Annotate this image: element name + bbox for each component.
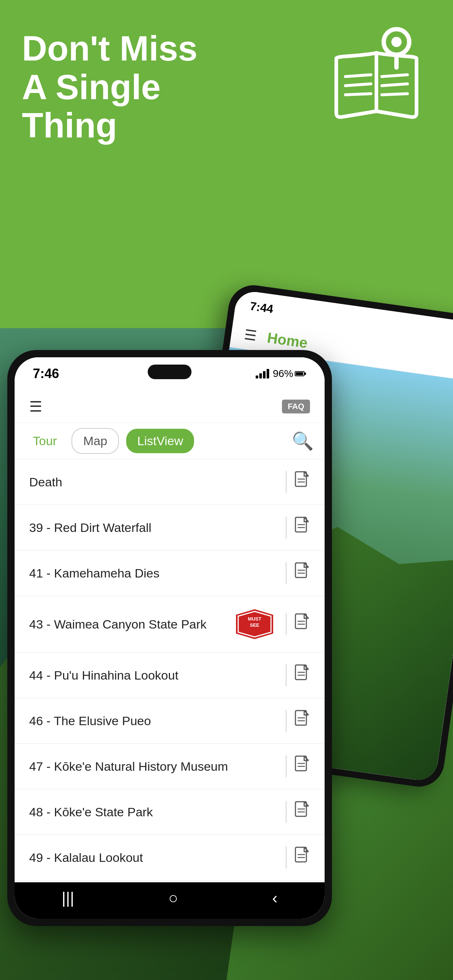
document-icon[interactable] <box>294 710 310 732</box>
svg-text:MUST: MUST <box>248 616 262 622</box>
phone-time: 7:46 <box>33 366 59 381</box>
hero-line2: A Single <box>22 68 198 107</box>
hero-line1: Don't Miss <box>22 29 198 68</box>
hero-line3: Thing <box>22 106 198 145</box>
list-item[interactable]: 41 - Kamehameha Dies <box>14 550 325 596</box>
list-divider <box>286 801 287 823</box>
tab-bar: Tour Map ListView 🔍 <box>14 423 325 460</box>
phone-status-icons: 96% <box>256 368 306 380</box>
list-divider <box>286 562 287 584</box>
faq-button[interactable]: FAQ <box>282 399 310 414</box>
list-item-text: Death <box>29 474 278 490</box>
hamburger-menu-icon[interactable]: ☰ <box>29 398 42 415</box>
list-item-text: 43 - Waimea Canyon State Park <box>29 616 231 632</box>
phone2-hamburger-icon[interactable]: ☰ <box>243 326 257 344</box>
must-see-badge: MUST SEE <box>234 608 274 641</box>
list-item-text: 48 - Kōke'e State Park <box>29 804 278 820</box>
search-icon[interactable]: 🔍 <box>292 431 314 451</box>
document-icon[interactable] <box>294 613 310 635</box>
list-item-text: 47 - Kōke'e Natural History Museum <box>29 758 278 775</box>
document-icon[interactable] <box>294 562 310 584</box>
svg-rect-11 <box>305 372 306 375</box>
document-icon[interactable] <box>294 471 310 493</box>
svg-line-6 <box>382 75 407 76</box>
svg-line-3 <box>345 75 371 76</box>
list-divider <box>286 756 287 777</box>
nav-home-button[interactable]: ○ <box>169 889 179 907</box>
phone-notch-pill <box>148 364 191 379</box>
list-item[interactable]: 44 - Pu'u Hinahina Lookout <box>14 652 325 698</box>
phone2-home-label: Home <box>266 329 309 352</box>
list-divider <box>286 471 287 493</box>
tab-map[interactable]: Map <box>72 428 119 454</box>
list-item[interactable]: 43 - Waimea Canyon State Park MUST SEE <box>14 596 325 652</box>
list-item[interactable]: 39 - Red Dirt Waterfall <box>14 505 325 550</box>
list-item[interactable]: 48 - Kōke'e State Park <box>14 789 325 835</box>
nav-back-button[interactable]: ‹ <box>272 889 278 907</box>
signal-bars-icon <box>256 369 269 379</box>
list-divider <box>286 846 287 869</box>
guidebook-icon <box>329 22 431 124</box>
phone2-time: 7:44 <box>249 299 274 316</box>
svg-line-7 <box>382 84 407 86</box>
document-icon[interactable] <box>294 846 310 869</box>
list-divider <box>286 517 287 538</box>
list-item[interactable]: 46 - The Elusive Pueo <box>14 698 325 744</box>
list-divider <box>286 710 287 732</box>
list-item-text: 46 - The Elusive Pueo <box>29 713 278 729</box>
svg-line-4 <box>345 84 371 86</box>
document-icon[interactable] <box>294 664 310 686</box>
hero-headline: Don't Miss A Single Thing <box>22 29 198 145</box>
list-item-text: 49 - Kalalau Lookout <box>29 850 278 865</box>
phone-main: 7:46 96% <box>7 350 332 926</box>
tab-listview[interactable]: ListView <box>126 429 194 453</box>
list-item-text: 41 - Kamehameha Dies <box>29 565 278 581</box>
list-item[interactable]: 49 - Kalalau Lookout <box>14 835 325 880</box>
list-item[interactable]: 47 - Kōke'e Natural History Museum <box>14 744 325 789</box>
battery-indicator: 96% <box>273 368 306 380</box>
list-item-text: 39 - Red Dirt Waterfall <box>29 520 278 536</box>
svg-line-8 <box>382 94 407 95</box>
app-header: ☰ FAQ <box>14 390 325 423</box>
document-icon[interactable] <box>294 801 310 823</box>
list-item[interactable]: Death <box>14 460 325 505</box>
tab-tour[interactable]: Tour <box>26 430 64 452</box>
svg-point-1 <box>391 37 402 47</box>
list-divider <box>286 613 287 635</box>
phone-bottom-nav: ||| ○ ‹ <box>14 882 325 919</box>
svg-rect-10 <box>296 372 303 375</box>
svg-text:SEE: SEE <box>250 622 259 628</box>
phone-main-screen: 7:46 96% <box>14 357 325 919</box>
svg-line-5 <box>345 94 371 95</box>
list-container: Death 39 - Red Dirt Waterfall 41 - Kameh… <box>14 460 325 882</box>
list-divider <box>286 664 287 686</box>
nav-recent-apps-button[interactable]: ||| <box>62 889 74 907</box>
document-icon[interactable] <box>294 756 310 777</box>
list-item-text: 44 - Pu'u Hinahina Lookout <box>29 667 278 683</box>
document-icon[interactable] <box>294 517 310 538</box>
